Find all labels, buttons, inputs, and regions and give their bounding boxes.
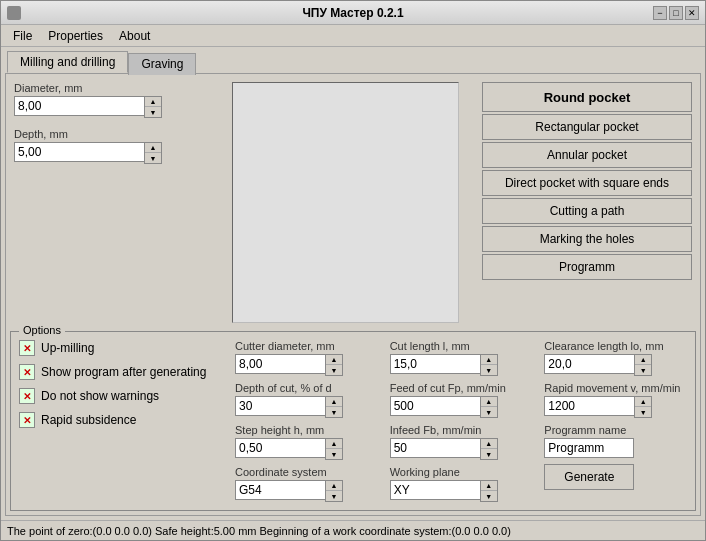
cut-len-group: Cut length l, mm ▲ ▼	[390, 340, 533, 376]
feed-fp-label: Feed of cut Fp, mm/min	[390, 382, 533, 394]
clearance-spinner: ▲ ▼	[544, 354, 687, 376]
cutter-diam-label: Cutter diameter, mm	[235, 340, 378, 352]
clearance-label: Clearance length lo, mm	[544, 340, 687, 352]
coord-down-btn[interactable]: ▼	[326, 491, 342, 501]
clearance-down-btn[interactable]: ▼	[635, 365, 651, 375]
round-pocket-btn[interactable]: Round pocket	[482, 82, 692, 112]
rapid-v-input[interactable]	[544, 396, 634, 416]
annular-pocket-btn[interactable]: Annular pocket	[482, 142, 692, 168]
depth-up-btn[interactable]: ▲	[145, 143, 161, 153]
depth-input[interactable]	[14, 142, 144, 162]
working-plane-down-btn[interactable]: ▼	[481, 491, 497, 501]
rectangular-pocket-btn[interactable]: Rectangular pocket	[482, 114, 692, 140]
feed-fp-group: Feed of cut Fp, mm/min ▲ ▼	[390, 382, 533, 418]
fields-col3: Clearance length lo, mm ▲ ▼ Rapid moveme…	[544, 340, 687, 502]
diameter-up-btn[interactable]: ▲	[145, 97, 161, 107]
step-h-input[interactable]	[235, 438, 325, 458]
generate-group: Generate	[544, 464, 687, 490]
generate-button[interactable]: Generate	[544, 464, 634, 490]
working-plane-spinner: ▲ ▼	[390, 480, 533, 502]
cut-len-spinner: ▲ ▼	[390, 354, 533, 376]
step-h-label: Step height h, mm	[235, 424, 378, 436]
infeed-fb-up-btn[interactable]: ▲	[481, 439, 497, 449]
programm-btn[interactable]: Programm	[482, 254, 692, 280]
step-h-spin-btns: ▲ ▼	[325, 438, 343, 460]
depth-cut-down-btn[interactable]: ▼	[326, 407, 342, 417]
cut-len-up-btn[interactable]: ▲	[481, 355, 497, 365]
step-h-up-btn[interactable]: ▲	[326, 439, 342, 449]
cutter-diam-down-btn[interactable]: ▼	[326, 365, 342, 375]
cutter-diam-group: Cutter diameter, mm ▲ ▼	[235, 340, 378, 376]
depth-spin-btns: ▲ ▼	[144, 142, 162, 164]
feed-fp-down-btn[interactable]: ▼	[481, 407, 497, 417]
tab-graving[interactable]: Graving	[128, 53, 196, 75]
coord-up-btn[interactable]: ▲	[326, 481, 342, 491]
rapid-v-down-btn[interactable]: ▼	[635, 407, 651, 417]
up-milling-checkbox[interactable]: ✕	[19, 340, 35, 356]
working-plane-input[interactable]	[390, 480, 480, 500]
rapid-subsidence-checkbox[interactable]: ✕	[19, 412, 35, 428]
marking-holes-btn[interactable]: Marking the holes	[482, 226, 692, 252]
menu-about[interactable]: About	[111, 27, 158, 45]
options-row: ✕ Up-milling ✕ Show program after genera…	[19, 340, 687, 502]
programm-name-input[interactable]	[544, 438, 634, 458]
no-warnings-checkbox[interactable]: ✕	[19, 388, 35, 404]
cutter-diam-spinner: ▲ ▼	[235, 354, 378, 376]
cutter-diam-spin-btns: ▲ ▼	[325, 354, 343, 376]
cut-len-input[interactable]	[390, 354, 480, 374]
coord-input[interactable]	[235, 480, 325, 500]
feed-fp-up-btn[interactable]: ▲	[481, 397, 497, 407]
rapid-v-group: Rapid movement v, mm/min ▲ ▼	[544, 382, 687, 418]
maximize-button[interactable]: □	[669, 6, 683, 20]
depth-cut-input[interactable]	[235, 396, 325, 416]
depth-label: Depth, mm	[14, 128, 224, 140]
rapid-v-up-btn[interactable]: ▲	[635, 397, 651, 407]
diameter-down-btn[interactable]: ▼	[145, 107, 161, 117]
clearance-spin-btns: ▲ ▼	[634, 354, 652, 376]
diameter-input[interactable]	[14, 96, 144, 116]
main-content: Diameter, mm ▲ ▼ Depth, mm ▲	[5, 73, 701, 516]
title-bar-left	[7, 6, 21, 20]
rapid-v-spin-btns: ▲ ▼	[634, 396, 652, 418]
option-up-milling: ✕ Up-milling	[19, 340, 219, 356]
diameter-spin-btns: ▲ ▼	[144, 96, 162, 118]
infeed-fb-input[interactable]	[390, 438, 480, 458]
menu-bar: File Properties About	[1, 25, 705, 47]
fields-col2: Cut length l, mm ▲ ▼ Feed of cut Fp, mm/…	[390, 340, 533, 502]
depth-group: Depth, mm ▲ ▼	[14, 128, 224, 164]
infeed-fb-label: Infeed Fb, mm/min	[390, 424, 533, 436]
depth-down-btn[interactable]: ▼	[145, 153, 161, 163]
cutter-diam-up-btn[interactable]: ▲	[326, 355, 342, 365]
window-title: ЧПУ Мастер 0.2.1	[302, 6, 403, 20]
cutter-diam-input[interactable]	[235, 354, 325, 374]
cutting-path-btn[interactable]: Cutting a path	[482, 198, 692, 224]
show-program-checkbox[interactable]: ✕	[19, 364, 35, 380]
feed-fp-input[interactable]	[390, 396, 480, 416]
options-section: Options ✕ Up-milling ✕ Show program a	[10, 331, 696, 511]
tab-bar: Milling and drilling Graving	[1, 47, 705, 73]
clearance-input[interactable]	[544, 354, 634, 374]
step-h-down-btn[interactable]: ▼	[326, 449, 342, 459]
infeed-fb-down-btn[interactable]: ▼	[481, 449, 497, 459]
depth-cut-group: Depth of cut, % of d ▲ ▼	[235, 382, 378, 418]
up-milling-label: Up-milling	[41, 341, 94, 355]
option-no-warnings: ✕ Do not show warnings	[19, 388, 219, 404]
clearance-up-btn[interactable]: ▲	[635, 355, 651, 365]
rapid-v-label: Rapid movement v, mm/min	[544, 382, 687, 394]
menu-properties[interactable]: Properties	[40, 27, 111, 45]
depth-cut-label: Depth of cut, % of d	[235, 382, 378, 394]
working-plane-up-btn[interactable]: ▲	[481, 481, 497, 491]
menu-file[interactable]: File	[5, 27, 40, 45]
rapid-subsidence-check-icon: ✕	[23, 415, 31, 426]
coord-spin-btns: ▲ ▼	[325, 480, 343, 502]
step-h-spinner: ▲ ▼	[235, 438, 378, 460]
drawing-area	[232, 82, 459, 323]
tab-milling[interactable]: Milling and drilling	[7, 51, 128, 73]
direct-pocket-btn[interactable]: Direct pocket with square ends	[482, 170, 692, 196]
close-button[interactable]: ✕	[685, 6, 699, 20]
cut-len-down-btn[interactable]: ▼	[481, 365, 497, 375]
depth-cut-up-btn[interactable]: ▲	[326, 397, 342, 407]
title-bar: ЧПУ Мастер 0.2.1 − □ ✕	[1, 1, 705, 25]
minimize-button[interactable]: −	[653, 6, 667, 20]
working-plane-group: Working plane ▲ ▼	[390, 466, 533, 502]
